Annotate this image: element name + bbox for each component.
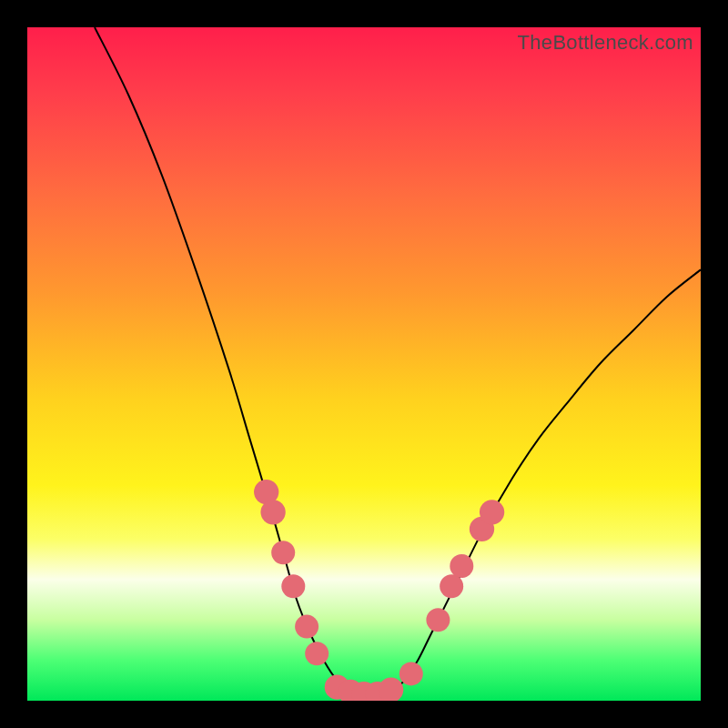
- data-marker: [281, 574, 305, 598]
- data-marker: [305, 642, 329, 665]
- data-marker: [399, 662, 423, 685]
- chart-svg: [27, 27, 701, 701]
- data-markers: [254, 480, 504, 701]
- data-marker: [379, 678, 403, 701]
- plot-area: TheBottleneck.com: [27, 27, 701, 701]
- data-marker: [295, 615, 318, 639]
- data-marker: [480, 500, 504, 524]
- data-marker: [440, 574, 463, 598]
- data-marker: [271, 541, 295, 564]
- bottleneck-curve: [95, 27, 701, 694]
- chart-frame: TheBottleneck.com: [0, 0, 728, 728]
- data-marker: [260, 500, 285, 524]
- data-marker: [426, 608, 450, 632]
- data-marker: [450, 554, 473, 578]
